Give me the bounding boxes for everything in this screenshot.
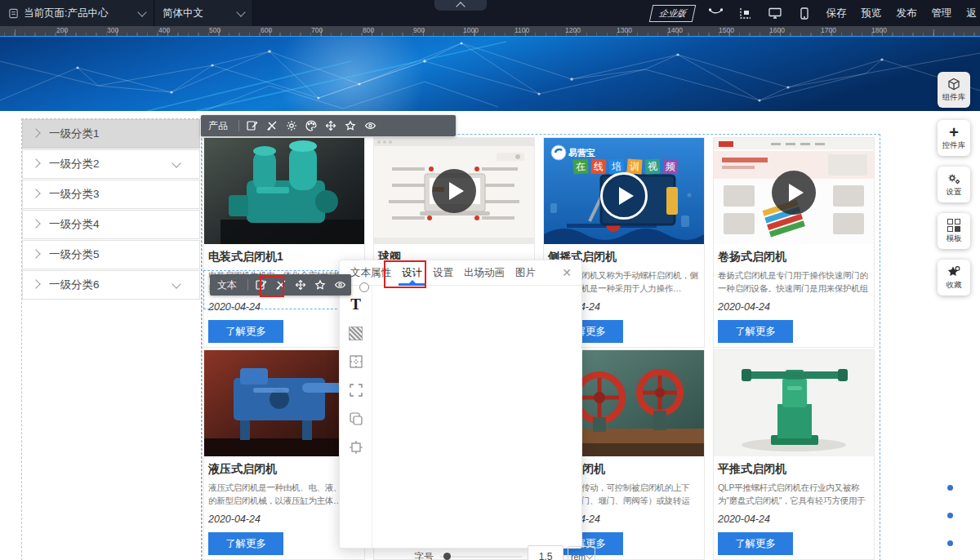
chevron-right-icon: [31, 128, 40, 137]
phone-icon[interactable]: [797, 6, 812, 20]
favorites-button[interactable]: 收藏: [938, 260, 970, 296]
sidebar-item-label: 一级分类5: [49, 247, 100, 262]
preview-button[interactable]: 预览: [862, 7, 882, 20]
publish-button[interactable]: 发布: [897, 7, 917, 20]
star-icon[interactable]: [310, 276, 330, 294]
tool-label: 收藏: [947, 280, 962, 291]
hero-banner: [0, 36, 980, 112]
tab-entrance-animation[interactable]: 出场动画: [464, 260, 505, 285]
chevron-right-icon: [31, 219, 40, 228]
sidebar-item-category5[interactable]: 一级分类5: [22, 240, 200, 269]
close-icon[interactable]: ✕: [562, 266, 572, 279]
move-icon[interactable]: [291, 276, 310, 294]
sidebar-item-label: 一级分类6: [49, 278, 100, 292]
chevron-right-icon: [31, 249, 40, 258]
eye-icon[interactable]: [360, 117, 380, 135]
manage-button[interactable]: 管理: [932, 7, 952, 20]
guides-icon[interactable]: [738, 6, 753, 20]
note-edit-icon[interactable]: [243, 117, 262, 135]
settings-button[interactable]: 设置: [938, 167, 970, 202]
chevron-up-icon: [456, 2, 465, 11]
element-label: 文本: [210, 278, 244, 292]
edition-badge: 企业版: [648, 5, 695, 22]
chevron-down-icon[interactable]: [172, 158, 180, 167]
templates-button[interactable]: 模板: [938, 213, 970, 249]
panel-icon-rail: T: [340, 286, 372, 548]
category-sidebar: 一级分类1 一级分类2 一级分类3 一级分类4 一级分类5 一级分类6: [22, 119, 200, 300]
spacing-move-icon[interactable]: [349, 440, 363, 455]
chevron-down-icon: [236, 7, 245, 16]
sidebar-item-category4[interactable]: 一级分类4: [22, 210, 200, 239]
cube-icon: [947, 77, 960, 91]
gears-icon: [947, 171, 961, 186]
controls-library-button[interactable]: + 控件库: [938, 120, 970, 156]
carousel-dot[interactable]: [947, 485, 953, 491]
sidebar-item-category1[interactable]: 一级分类1: [22, 119, 200, 149]
sidebar-item-label: 一级分类3: [49, 187, 100, 202]
tool-label: 模板: [947, 233, 962, 244]
font-size-row: 字号 rem: [374, 546, 580, 560]
annotation-highlight-design-icon: [260, 276, 284, 297]
product-component-toolbar: 产品: [201, 115, 456, 136]
topbar-actions: 企业版 保存 预览 发布 管理 返: [651, 5, 980, 22]
palette-icon[interactable]: [301, 117, 321, 135]
design-icon[interactable]: [262, 117, 282, 135]
gear-icon[interactable]: [282, 117, 301, 135]
star-icon[interactable]: [341, 117, 360, 135]
chevron-down-icon: [137, 7, 146, 16]
site-editor: 一级分类1 一级分类2 一级分类3 一级分类4 一级分类5 一级分类6 产品: [0, 0, 980, 560]
tool-label: 控件库: [942, 140, 966, 151]
tool-label: 组件库: [942, 92, 966, 103]
selection-resize-handle[interactable]: [359, 282, 369, 292]
component-label: 产品: [201, 119, 235, 133]
sidebar-item-category6[interactable]: 一级分类6: [22, 270, 200, 300]
current-page-selector[interactable]: 当前页面:产品中心: [0, 0, 154, 26]
annotation-highlight-design-tab: [384, 260, 426, 288]
star-badge-icon: [947, 264, 961, 279]
sidebar-item-category3[interactable]: 一级分类3: [22, 180, 200, 209]
corner-brackets-icon[interactable]: [349, 383, 363, 398]
carousel-dot[interactable]: [947, 540, 953, 546]
border-grid-icon[interactable]: [349, 354, 363, 369]
chevron-down-icon[interactable]: [172, 279, 180, 288]
plus-icon: +: [949, 125, 959, 140]
font-size-slider[interactable]: [440, 556, 522, 558]
back-button[interactable]: 返: [967, 7, 978, 20]
editor-topbar: 当前页面:产品中心 简体中文 企业版 保存 预览 发布 管理 返: [0, 0, 980, 26]
font-size-unit-select[interactable]: rem: [568, 546, 595, 560]
chevron-right-icon: [31, 158, 40, 167]
fill-pattern-icon[interactable]: [349, 326, 363, 340]
text-properties-panel: 文本属性 设计 设置 出场动画 图片 ✕ T 字号 rem 字体 默认: [339, 260, 582, 549]
monitor-icon[interactable]: [768, 6, 782, 20]
current-page-label: 当前页面:产品中心: [24, 7, 108, 20]
text-tool-icon[interactable]: T: [349, 297, 363, 312]
panel-tab-bar: 文本属性 设计 设置 出场动画 图片 ✕: [340, 260, 581, 286]
tab-image[interactable]: 图片: [515, 260, 536, 285]
font-size-label: 字号: [374, 550, 434, 560]
page-icon: [8, 8, 19, 19]
save-button[interactable]: 保存: [826, 7, 847, 20]
layers-icon[interactable]: [349, 411, 363, 426]
sidebar-item-category2[interactable]: 一级分类2: [22, 149, 200, 179]
font-size-input[interactable]: [528, 545, 564, 560]
tool-label: 设置: [947, 187, 962, 198]
horizontal-ruler: 200 300 400 500 600 700 800 900 1000 110…: [0, 26, 980, 36]
curve-icon[interactable]: [709, 6, 724, 20]
chevron-right-icon: [31, 189, 40, 198]
template-icon: [947, 218, 960, 233]
divider: [238, 120, 239, 131]
eye-icon[interactable]: [330, 276, 350, 294]
sidebar-item-label: 一级分类1: [49, 127, 100, 141]
tab-settings[interactable]: 设置: [433, 260, 453, 285]
collapse-topbar-handle[interactable]: [434, 0, 487, 11]
language-selector[interactable]: 简体中文: [154, 0, 253, 26]
divider: [247, 279, 248, 291]
carousel-dot[interactable]: [947, 513, 953, 518]
sidebar-item-label: 一级分类4: [49, 217, 100, 232]
chevron-right-icon: [31, 279, 40, 288]
components-library-button[interactable]: 组件库: [938, 72, 970, 108]
sidebar-item-label: 一级分类2: [49, 157, 100, 171]
language-label: 简体中文: [163, 7, 203, 20]
move-icon[interactable]: [321, 117, 341, 135]
